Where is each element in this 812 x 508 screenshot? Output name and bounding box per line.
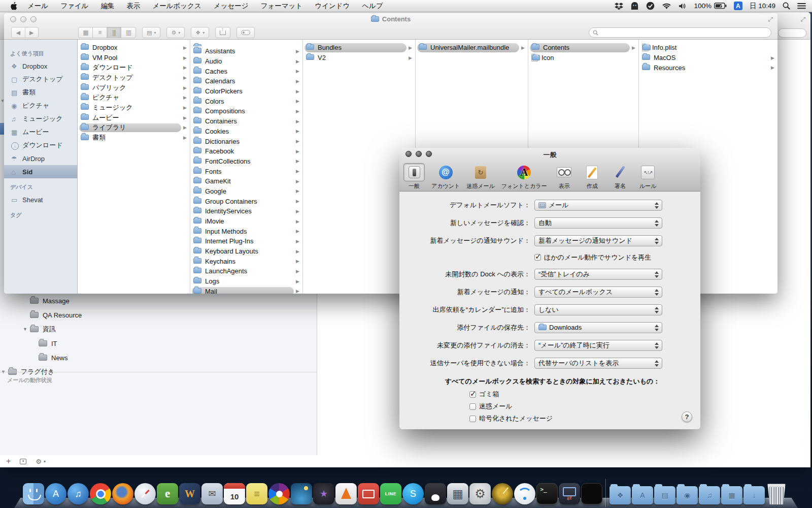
tab-accounts[interactable]: @ アカウント bbox=[431, 163, 460, 190]
line[interactable]: LINE bbox=[380, 483, 401, 504]
column-row[interactable]: ライブラリ ▶ bbox=[78, 123, 190, 133]
popup-button[interactable]: “メール”の終了時に実行 bbox=[534, 340, 662, 351]
wunderlist[interactable]: W bbox=[179, 483, 200, 504]
menu-item[interactable]: フォーマット bbox=[255, 2, 309, 11]
column-row[interactable]: Calendars ▶ bbox=[190, 76, 302, 86]
battery-status[interactable]: 100% bbox=[694, 2, 727, 10]
column-row[interactable]: Dictionaries ▶ bbox=[190, 136, 302, 146]
system-preferences[interactable]: ⚙ bbox=[469, 483, 491, 504]
checkbox-box[interactable] bbox=[469, 391, 476, 398]
finder-titlebar[interactable]: Contents ⤢ ◀ ▶ ▦ ≡ ||| ▥ ▤▾ ⚙▾ ❖▾ bbox=[4, 13, 777, 40]
dropbox-status-icon[interactable] bbox=[615, 2, 623, 10]
search-input[interactable] bbox=[589, 27, 771, 38]
mailbox-row[interactable]: ▼ Massage bbox=[0, 294, 317, 308]
sidebar-item[interactable]: Shevat bbox=[4, 193, 77, 206]
column-row[interactable]: Resources ▶ bbox=[639, 62, 777, 73]
clock[interactable]: 日 10:49 bbox=[750, 2, 775, 11]
column-row[interactable]: Icon ▶ bbox=[528, 53, 638, 63]
popup-button[interactable]: “受信”トレイのみ bbox=[534, 269, 662, 280]
spotlight-search-icon[interactable] bbox=[783, 2, 790, 10]
column-row[interactable]: ミュージック ▶ bbox=[78, 103, 190, 113]
menu-item[interactable]: メールボックス bbox=[146, 2, 207, 11]
folder-downloads[interactable]: ↓ bbox=[743, 486, 765, 504]
forward-icon[interactable]: ▶ bbox=[25, 29, 39, 36]
column-view-button[interactable]: ||| bbox=[107, 27, 121, 38]
folder-pictures[interactable]: ◉ bbox=[676, 486, 698, 504]
column-row[interactable]: ピクチャ ▶ bbox=[78, 92, 190, 103]
icon-view-button[interactable]: ▦ bbox=[79, 27, 93, 38]
app-status-icon[interactable] bbox=[630, 2, 639, 10]
column-row[interactable]: Assistants ▶ bbox=[190, 46, 302, 56]
column-row[interactable]: Compositions ▶ bbox=[190, 106, 302, 116]
folder-applications[interactable]: A bbox=[632, 486, 653, 504]
sidebar-item[interactable]: Sid bbox=[4, 165, 77, 178]
sidebar-item[interactable]: ピクチャ bbox=[4, 99, 77, 112]
mailbox-row[interactable]: ▼ 資訊 bbox=[0, 322, 317, 336]
column-row[interactable]: LaunchAgents ▶ bbox=[190, 266, 302, 276]
gear-menu-button[interactable]: ⚙ bbox=[36, 458, 42, 465]
scope-checkbox-row[interactable]: 暗号化されたメッセージ bbox=[399, 412, 700, 425]
calendar[interactable]: 10 bbox=[224, 483, 245, 504]
check-status-icon[interactable] bbox=[646, 2, 655, 10]
help-button[interactable]: ? bbox=[682, 411, 692, 422]
chrome[interactable] bbox=[90, 483, 111, 504]
app-store[interactable]: A bbox=[45, 483, 66, 504]
coverflow-view-button[interactable]: ▥ bbox=[121, 27, 136, 38]
checkbox-box[interactable] bbox=[469, 416, 476, 422]
menu-item[interactable]: ウインドウ bbox=[309, 2, 356, 11]
menu-item[interactable]: メッセージ bbox=[208, 2, 255, 11]
tag-button[interactable] bbox=[236, 27, 255, 38]
column-row[interactable]: Facebook ▶ bbox=[190, 146, 302, 156]
column-row[interactable]: V2 ▶ bbox=[303, 53, 415, 63]
tab-signatures[interactable]: 署名 bbox=[610, 163, 631, 190]
column-row[interactable]: 書類 ▶ bbox=[78, 133, 190, 143]
column-row[interactable]: Internet Plug-Ins ▶ bbox=[190, 236, 302, 246]
column-row[interactable]: Contents ▶ bbox=[528, 43, 638, 53]
airport-utility[interactable] bbox=[514, 483, 535, 504]
column-row[interactable]: パブリック ▶ bbox=[78, 83, 190, 93]
mailbox-row[interactable]: ▼ News bbox=[0, 351, 317, 365]
folder-documents[interactable]: ▤ bbox=[654, 486, 675, 504]
stickies[interactable]: ≡ bbox=[246, 483, 267, 504]
tab-rules[interactable]: ↖↑↗ ルール bbox=[637, 163, 659, 190]
dropbox-toolbar-button[interactable]: ❖▾ bbox=[191, 27, 209, 38]
column-row[interactable]: IdentityServices ▶ bbox=[190, 206, 302, 216]
checkbox-box[interactable] bbox=[534, 254, 541, 261]
column-row[interactable]: Colors ▶ bbox=[190, 96, 302, 106]
column-row[interactable]: Logs ▶ bbox=[190, 276, 302, 287]
column-row[interactable]: Dropbox ▶ bbox=[78, 43, 190, 53]
column-row[interactable]: FontCollections ▶ bbox=[190, 156, 302, 167]
iphoto[interactable] bbox=[291, 483, 312, 504]
popup-button[interactable]: 自動 bbox=[534, 217, 662, 229]
column-row[interactable]: Fonts ▶ bbox=[190, 166, 302, 176]
column-row[interactable]: Containers ▶ bbox=[190, 116, 302, 126]
popup-button[interactable]: すべてのメールボックス bbox=[534, 287, 662, 298]
column-row[interactable]: Keychains ▶ bbox=[190, 256, 302, 266]
terminal[interactable]: >_ bbox=[536, 483, 558, 504]
back-forward-buttons[interactable]: ◀ ▶ bbox=[11, 27, 39, 38]
folder-music[interactable]: ♫ bbox=[699, 486, 720, 504]
column-row[interactable]: VM Pool ▶ bbox=[78, 53, 190, 63]
mail[interactable]: ✉ bbox=[201, 483, 223, 504]
column-row[interactable]: Bundles ▶ bbox=[303, 43, 415, 53]
popup-button[interactable]: メール bbox=[534, 200, 662, 211]
trash[interactable] bbox=[766, 483, 787, 504]
arrange-button[interactable]: ▤▾ bbox=[142, 27, 160, 38]
sidebar-item[interactable]: AirDrop bbox=[4, 152, 77, 165]
menu-item[interactable]: 表示 bbox=[120, 2, 146, 11]
column-row[interactable]: Keyboard Layouts ▶ bbox=[190, 246, 302, 257]
list-view-button[interactable]: ≡ bbox=[93, 27, 107, 38]
column-row[interactable]: Caches ▶ bbox=[190, 66, 302, 76]
column-row[interactable]: Mail ▶ bbox=[190, 287, 302, 294]
folder-dropbox[interactable]: ❖ bbox=[610, 486, 631, 504]
remote-desktop[interactable] bbox=[358, 483, 379, 504]
tab-fonts-colors[interactable]: フォントとカラー bbox=[501, 163, 547, 190]
safari[interactable] bbox=[134, 483, 156, 504]
mailbox-row[interactable]: ▼ QA Resource bbox=[0, 308, 317, 322]
evernote[interactable]: e bbox=[157, 483, 178, 504]
sidebar-item[interactable]: ムービー bbox=[4, 125, 77, 139]
skype[interactable]: S bbox=[402, 483, 424, 504]
column-row[interactable]: Group Containers ▶ bbox=[190, 196, 302, 206]
screen-share[interactable]: ⇄ bbox=[559, 483, 580, 504]
column-row[interactable]: ダウンロード ▶ bbox=[78, 62, 190, 73]
